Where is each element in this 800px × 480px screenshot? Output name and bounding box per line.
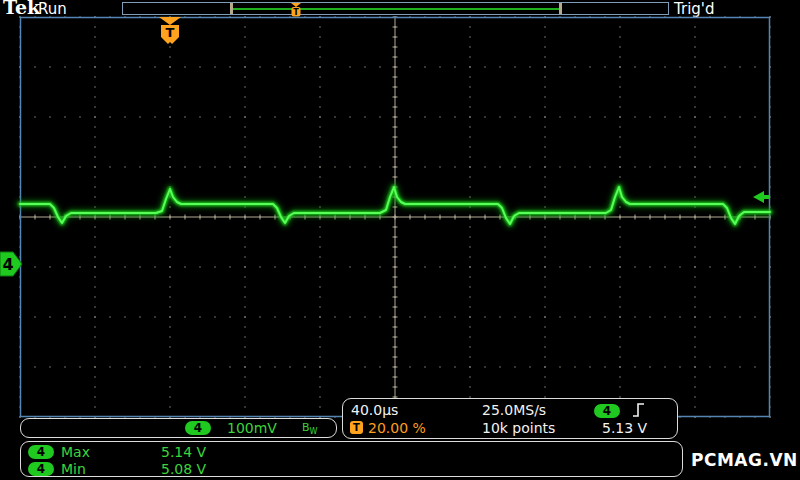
- channel4-badge: 4: [28, 445, 54, 459]
- measurement-row-max: 4 Max 5.14 V: [21, 444, 682, 460]
- channel4-position-marker-icon[interactable]: 4: [0, 251, 24, 277]
- trigger-horizontal-position: 20.00 %: [368, 420, 426, 436]
- watermark-logo: PCMAG.VN: [691, 450, 798, 470]
- bandwidth-limit-indicator: BW: [302, 421, 317, 436]
- trigger-position-marker-icon[interactable]: T: [158, 17, 184, 47]
- trigger-slope-rising-icon: [632, 402, 645, 418]
- trigger-level-value: 5.13 V: [602, 420, 647, 436]
- channel4-position-marker-number: 4: [2, 255, 13, 274]
- channel4-readout-box: 4 100mV BW: [20, 418, 337, 438]
- channel4-badge: 4: [28, 462, 54, 476]
- trigger-source-badge: 4: [594, 404, 620, 418]
- trigger-t-badge: T: [350, 421, 363, 434]
- sample-rate: 25.0MS/s: [482, 402, 546, 418]
- measurement-value: 5.08 V: [161, 461, 206, 477]
- channel4-vertical-scale: 100mV: [227, 420, 277, 436]
- horizontal-scale: 40.0µs: [351, 402, 398, 418]
- trigger-level-arrow-icon[interactable]: [752, 189, 770, 206]
- measurement-name: Min: [61, 461, 86, 477]
- trigger-position-marker-letter: T: [166, 25, 175, 40]
- horizontal-trigger-readout-box: 40.0µs 25.0MS/s 4 T 20.00 % 10k points 5…: [342, 398, 678, 439]
- measurement-row-min: 4 Min 5.08 V: [21, 461, 682, 477]
- measurement-name: Max: [61, 444, 90, 460]
- measurement-value: 5.14 V: [161, 444, 206, 460]
- record-length: 10k points: [482, 420, 555, 436]
- channel4-badge: 4: [185, 421, 211, 435]
- oscilloscope-screen: Tek Run T Trig'd T 4 4: [0, 0, 800, 480]
- measurements-box: 4 Max 5.14 V 4 Min 5.08 V: [20, 441, 683, 477]
